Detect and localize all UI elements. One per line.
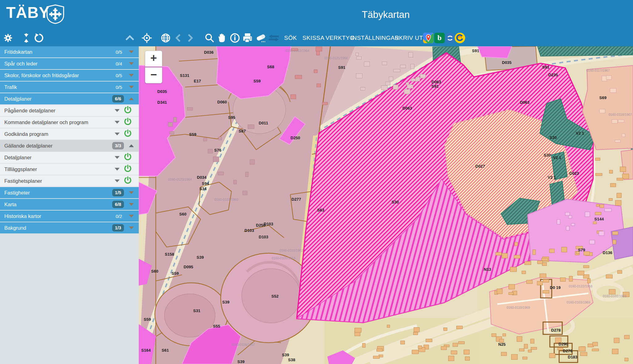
print-icon[interactable]: [241, 32, 254, 44]
layer-row-skolor-f-rskolor-och-fritidsg-rdar[interactable]: Skolor, förskolor och fritidsgårdar0/5: [0, 70, 139, 81]
caret-down-icon[interactable]: [129, 86, 134, 89]
layer-row-kommande-detaljplaner-och-program[interactable]: Kommande detaljplaner och program: [0, 117, 139, 128]
caret-down-icon[interactable]: [115, 121, 120, 124]
layer-power-toggle[interactable]: [124, 176, 132, 186]
globe-icon[interactable]: [159, 31, 172, 44]
caret-down-icon[interactable]: [129, 74, 134, 77]
chevron-up-icon[interactable]: [124, 34, 136, 42]
collapse-panel-icon[interactable]: [21, 32, 31, 44]
map-label: S91: [431, 84, 439, 89]
caret-down-icon[interactable]: [129, 62, 134, 65]
layer-row-godk-nda-program[interactable]: Godkända program: [0, 128, 139, 140]
layer-count-badge: 1/5: [112, 189, 124, 196]
building-footprint: [465, 357, 470, 360]
building-footprint: [317, 84, 321, 87]
caret-down-icon[interactable]: [129, 191, 134, 194]
layer-label: Fritidskartan: [4, 49, 32, 55]
layer-row-trafik[interactable]: Trafik0/5: [0, 82, 139, 93]
building-footprint: [543, 279, 549, 282]
building-footprint: [622, 174, 629, 179]
building-footprint: [612, 232, 618, 235]
zoom-in-button[interactable]: +: [145, 51, 162, 67]
menu-skriv-ut[interactable]: SKRIV UT: [394, 33, 424, 43]
layer-row-karta[interactable]: Karta6/8: [0, 199, 139, 210]
building-footprint: [509, 292, 513, 295]
layer-row-g-llande-detaljplaner[interactable]: Gällande detaljplaner3/3: [0, 140, 139, 151]
building-footprint: [503, 334, 506, 336]
layer-row-historiska-kartor[interactable]: Historiska kartor0/2: [0, 211, 139, 222]
map-label: S59: [253, 79, 261, 83]
caret-down-icon[interactable]: [115, 109, 120, 112]
eniro-icon[interactable]: [453, 31, 466, 44]
prev-icon[interactable]: [174, 32, 182, 44]
building-footprint: [412, 350, 418, 354]
building-footprint: [448, 356, 454, 361]
layer-power-toggle[interactable]: [124, 118, 132, 127]
map-label: S158: [165, 252, 174, 257]
building-footprint: [355, 328, 361, 332]
building-footprint: [550, 249, 554, 253]
menu-sok[interactable]: SÖK: [283, 33, 298, 43]
layer-row-fastigheter[interactable]: Fastigheter1/5: [0, 187, 139, 198]
layer-row-sp-r-och-leder[interactable]: Spår och leder0/4: [0, 58, 139, 69]
layer-power-toggle[interactable]: [124, 106, 132, 115]
pan-hand-icon[interactable]: [216, 32, 228, 44]
caret-up-icon[interactable]: [129, 98, 134, 100]
reset-icon[interactable]: [33, 32, 45, 44]
next-icon[interactable]: [186, 32, 195, 44]
caret-down-icon[interactable]: [129, 215, 134, 218]
caret-down-icon[interactable]: [115, 156, 120, 159]
caret-down-icon[interactable]: [115, 133, 120, 136]
map-label: S39: [237, 359, 244, 364]
building-footprint: [585, 212, 590, 217]
map-label: N25: [498, 342, 506, 347]
layer-row-tilll-ggsplaner[interactable]: Tillläggsplaner: [0, 164, 139, 175]
map-canvas[interactable]: D036S131E17S59D060S95S87D011D250S59S76S6…: [139, 46, 633, 364]
caret-down-icon[interactable]: [129, 227, 134, 229]
layer-label: Trafik: [4, 84, 17, 90]
locate-icon[interactable]: [140, 31, 153, 44]
map-parcel-code: 0160-0105/1964: [272, 256, 295, 260]
menu-label: INSTÄLLNINGAR: [351, 35, 399, 41]
search-icon[interactable]: [203, 32, 216, 44]
building-footprint: [389, 77, 393, 81]
building-footprint: [558, 348, 563, 350]
caret-down-icon[interactable]: [115, 180, 120, 182]
map-label: D034: [197, 175, 207, 180]
info-icon[interactable]: [229, 31, 241, 44]
building-footprint: [549, 353, 555, 358]
building-footprint: [610, 88, 616, 93]
building-footprint: [501, 352, 507, 356]
building-footprint: [453, 343, 458, 346]
map-parcel-code: 0160-0102/1969: [603, 294, 627, 298]
zoom-out-button[interactable]: −: [145, 67, 162, 83]
layer-power-toggle[interactable]: [124, 165, 132, 174]
map-parcel-code: 0160-0110/1969: [507, 306, 530, 309]
compare-icon[interactable]: [267, 33, 281, 43]
caret-down-icon[interactable]: [129, 51, 134, 53]
building-footprint: [566, 226, 569, 230]
map-label: D290: [559, 342, 568, 346]
settings-icon[interactable]: [2, 32, 14, 44]
layer-row-p-g-ende-detaljplaner[interactable]: Pågående detaljplaner: [0, 105, 139, 116]
layer-power-toggle[interactable]: [124, 129, 132, 139]
layer-row-fritidskartan[interactable]: Fritidskartan0/5: [0, 46, 139, 57]
building-footprint: [596, 173, 602, 176]
map-label: S59: [189, 132, 196, 137]
layer-row-detaljplaner[interactable]: Detaljplaner6/6: [0, 93, 139, 104]
layer-row-fastighetsplaner[interactable]: Fastighetsplaner: [0, 175, 139, 186]
layer-row-bakgrund[interactable]: Bakgrund1/3: [0, 222, 139, 233]
building-footprint: [356, 73, 362, 78]
menu-skissa[interactable]: SKISSA: [301, 33, 325, 43]
layer-row-detaljplaner[interactable]: Detaljplaner: [0, 152, 139, 163]
map-parcel-code: 0160-0118/1967: [609, 113, 632, 116]
caret-down-icon[interactable]: [115, 168, 120, 171]
building-footprint: [407, 85, 413, 88]
map-parcel-code: 0160-0116/1967: [232, 343, 255, 346]
menu-installningar[interactable]: INSTÄLLNINGAR: [350, 33, 400, 43]
layer-power-toggle[interactable]: [124, 153, 132, 162]
toolbar: SÖKSKISSAVERKTYGINSTÄLLNINGARSKRIV UT b: [0, 29, 633, 46]
caret-up-icon[interactable]: [129, 144, 134, 147]
caret-down-icon[interactable]: [129, 203, 134, 206]
eraser-icon[interactable]: [254, 32, 268, 44]
